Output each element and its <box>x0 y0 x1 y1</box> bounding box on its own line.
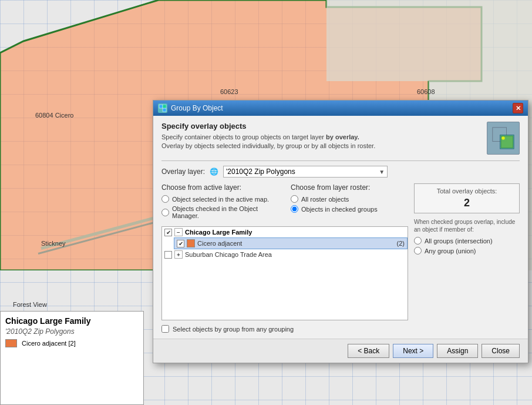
dialog-content: Specify overlay objects Specify containe… <box>153 116 528 339</box>
radio-active-checked-input[interactable] <box>161 209 169 216</box>
legend-subtitle: '2010Q2 Zip Polygons <box>5 327 139 336</box>
radio-roster-checked[interactable]: Objects in checked groups <box>291 205 408 213</box>
total-value: 2 <box>419 197 514 209</box>
next-button[interactable]: Next > <box>393 344 433 358</box>
assign-button[interactable]: Assign <box>437 344 478 358</box>
roster-title: Choose from layer roster: <box>291 183 408 192</box>
select-group-row[interactable]: Select objects by group from any groupin… <box>161 325 408 333</box>
tree-item-cicero-count: (2) <box>397 240 405 247</box>
dialog-titlebar: Group By Object ✕ <box>153 101 528 116</box>
tree-item-group[interactable]: ✔ − Chicago Large Family <box>162 227 408 237</box>
dialog-footer: < Back Next > Assign Close <box>153 339 528 363</box>
active-layer-col: Choose from active layer: Object selecte… <box>161 183 279 222</box>
main-content: Choose from active layer: Object selecte… <box>161 183 520 333</box>
radio-overlap-intersection-label: All groups (intersection) <box>425 237 493 245</box>
svg-rect-5 <box>163 108 166 112</box>
svg-rect-4 <box>159 105 163 108</box>
legend-item: Cicero adjacent [2] <box>5 339 139 347</box>
total-label: Total overlay objects: <box>419 188 514 195</box>
map-label-forest-view: Forest View <box>13 301 47 308</box>
section-description: Specify container objects to group objec… <box>161 133 375 151</box>
dialog-title-text: Group By Object <box>171 104 223 112</box>
tree-item-cicero[interactable]: ✔ Cicero adjacent (2) <box>174 237 408 249</box>
svg-point-10 <box>501 136 504 139</box>
tree-expand-group[interactable]: − <box>174 228 183 236</box>
overlay-layer-dropdown[interactable]: '2010Q2 Zip Polygons ▼ <box>223 166 388 178</box>
dropdown-arrow-icon: ▼ <box>379 169 385 175</box>
select-group-checkbox[interactable] <box>161 325 169 333</box>
tree-item-suburban[interactable]: + Suburban Chicago Trade Area <box>162 249 408 260</box>
legend-title: Chicago Large Family <box>5 316 139 326</box>
map-label-60623: 60623 <box>220 88 238 95</box>
tree-list[interactable]: ✔ − Chicago Large Family ✔ Cicero adjace… <box>161 226 408 320</box>
legend-color-swatch <box>5 339 17 347</box>
globe-icon: 🌐 <box>210 168 218 176</box>
section-title: Specify overlay objects <box>161 122 375 130</box>
right-panel: Total overlay objects: 2 When checked gr… <box>414 183 520 333</box>
dialog-title-left: Group By Object <box>158 103 223 113</box>
dialog-header-text: Specify overlay objects Specify containe… <box>161 122 375 151</box>
tree-expand-suburban[interactable]: + <box>174 250 183 259</box>
close-button[interactable]: Close <box>482 344 520 358</box>
legend-box: Chicago Large Family '2010Q2 Zip Polygon… <box>0 311 144 405</box>
overlay-layer-row: Overlay layer: 🌐 '2010Q2 Zip Polygons ▼ <box>161 166 520 178</box>
tree-checkbox-group[interactable]: ✔ <box>164 229 172 236</box>
dialog-icon <box>158 103 167 113</box>
divider-1 <box>161 160 520 161</box>
radio-overlap-union-label: Any group (union) <box>425 247 476 255</box>
radio-active-selected-label: Object selected in the active map. <box>172 196 269 203</box>
tree-item-cicero-label: Cicero adjacent <box>197 240 242 247</box>
options-area: Choose from active layer: Object selecte… <box>161 183 408 222</box>
active-layer-title: Choose from active layer: <box>161 183 279 192</box>
back-button[interactable]: < Back <box>348 344 389 358</box>
radio-roster-all-label: All roster objects <box>301 196 349 203</box>
radio-overlap-intersection-input[interactable] <box>414 237 422 245</box>
tree-checkbox-cicero[interactable]: ✔ <box>177 240 184 247</box>
overlap-text: When checked groups overlap, include an … <box>414 218 520 233</box>
tree-item-color-cicero <box>187 239 195 247</box>
radio-roster-checked-label: Objects in checked groups <box>301 206 378 213</box>
radio-overlap-union[interactable]: Any group (union) <box>414 247 520 255</box>
radio-active-selected[interactable]: Object selected in the active map. <box>161 195 279 203</box>
select-group-label: Select objects by group from any groupin… <box>173 326 294 333</box>
dialog-header: Specify overlay objects Specify containe… <box>161 122 520 155</box>
legend-item-label: Cicero adjacent [2] <box>22 340 76 347</box>
tree-item-suburban-label: Suburban Chicago Trade Area <box>185 251 272 258</box>
overlay-icon <box>487 122 520 155</box>
overlay-layer-label: Overlay layer: <box>161 168 205 176</box>
map-label-60608: 60608 <box>417 88 435 95</box>
radio-roster-all[interactable]: All roster objects <box>291 195 408 203</box>
close-x-button[interactable]: ✕ <box>513 103 523 113</box>
tree-group-label: Chicago Large Family <box>185 229 252 236</box>
group-by-object-dialog: Group By Object ✕ Specify overlay object… <box>153 100 528 363</box>
radio-active-checked-label: Objects checked in the Object Manager. <box>172 205 279 219</box>
overlay-layer-value: '2010Q2 Zip Polygons <box>226 168 295 176</box>
radio-active-selected-input[interactable] <box>161 195 169 203</box>
map-label-stickney: Stickney <box>41 240 66 247</box>
roster-col: Choose from layer roster: All roster obj… <box>291 183 408 222</box>
radio-roster-all-input[interactable] <box>291 195 298 203</box>
radio-active-checked[interactable]: Objects checked in the Object Manager. <box>161 205 279 219</box>
radio-overlap-intersection[interactable]: All groups (intersection) <box>414 237 520 245</box>
map-label-cicero: 60804 Cicero <box>35 112 73 119</box>
radio-roster-checked-input[interactable] <box>291 205 298 213</box>
left-panel: Choose from active layer: Object selecte… <box>161 183 408 333</box>
tree-checkbox-suburban[interactable] <box>164 251 172 259</box>
total-box: Total overlay objects: 2 <box>414 183 520 213</box>
svg-rect-6 <box>163 105 166 108</box>
radio-overlap-union-input[interactable] <box>414 247 422 255</box>
